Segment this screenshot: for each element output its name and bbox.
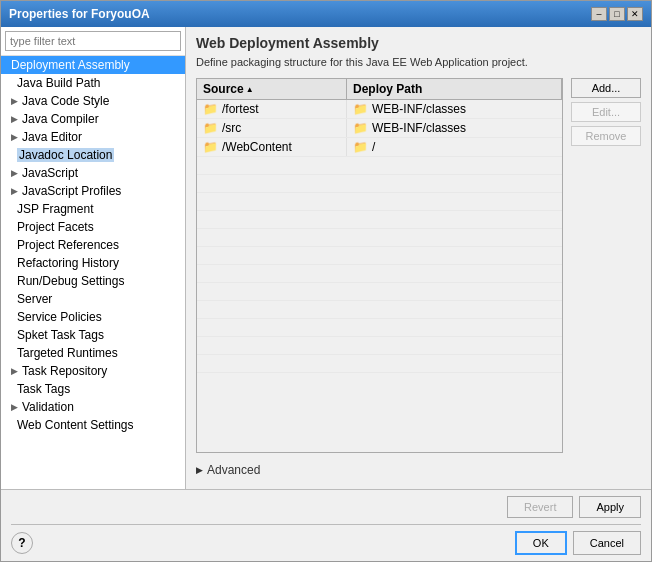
remove-button[interactable]: Remove <box>571 126 641 146</box>
tree-item-label: Project References <box>17 238 119 252</box>
tree-item[interactable]: Deployment Assembly <box>1 56 185 74</box>
deploy-value: / <box>372 140 375 154</box>
left-panel: Deployment AssemblyJava Build Path▶Java … <box>1 27 186 489</box>
tree-item-label: Java Editor <box>22 130 82 144</box>
maximize-button[interactable]: □ <box>609 7 625 21</box>
empty-row <box>197 265 562 283</box>
right-panel: Web Deployment Assembly Define packaging… <box>186 27 651 489</box>
tree-item-label: Deployment Assembly <box>11 58 130 72</box>
action-buttons: Add... Edit... Remove <box>571 78 641 453</box>
tree-item-label: JavaScript Profiles <box>22 184 121 198</box>
folder-icon: 📁 <box>353 140 368 154</box>
tree-item[interactable]: Server <box>1 290 185 308</box>
tree-item-label: Project Facets <box>17 220 94 234</box>
empty-row <box>197 193 562 211</box>
minimize-button[interactable]: – <box>591 7 607 21</box>
advanced-arrow-icon: ▶ <box>196 465 203 475</box>
tree-item[interactable]: ▶Java Compiler <box>1 110 185 128</box>
sort-arrow-icon: ▲ <box>246 85 254 94</box>
tree-item-label: JSP Fragment <box>17 202 93 216</box>
deploy-cell: 📁WEB-INF/classes <box>347 100 562 118</box>
table-row[interactable]: 📁/WebContent📁/ <box>197 138 562 157</box>
advanced-toggle[interactable]: ▶ Advanced <box>196 463 641 477</box>
tree-item[interactable]: ▶JavaScript <box>1 164 185 182</box>
edit-button[interactable]: Edit... <box>571 102 641 122</box>
tree-item-label: Task Repository <box>22 364 107 378</box>
tree-item-label: Targeted Runtimes <box>17 346 118 360</box>
tree-expand-icon: ▶ <box>11 186 18 196</box>
tree-item[interactable]: Run/Debug Settings <box>1 272 185 290</box>
empty-row <box>197 247 562 265</box>
tree-item[interactable]: Web Content Settings <box>1 416 185 434</box>
bottom-area: Revert Apply ? OK Cancel <box>1 489 651 561</box>
tree-item[interactable]: ▶Task Repository <box>1 362 185 380</box>
tree-item[interactable]: Service Policies <box>1 308 185 326</box>
tree-item[interactable]: ▶Java Code Style <box>1 92 185 110</box>
tree-item[interactable]: ▶Java Editor <box>1 128 185 146</box>
folder-icon: 📁 <box>203 102 218 116</box>
table-row[interactable]: 📁/fortest📁WEB-INF/classes <box>197 100 562 119</box>
empty-row <box>197 337 562 355</box>
apply-button[interactable]: Apply <box>579 496 641 518</box>
panel-description: Define packaging structure for this Java… <box>196 55 641 70</box>
window-controls: – □ ✕ <box>591 7 643 21</box>
source-cell: 📁/WebContent <box>197 138 347 156</box>
tree-item-label: Spket Task Tags <box>17 328 104 342</box>
tree-item[interactable]: Refactoring History <box>1 254 185 272</box>
deploy-column-header: Deploy Path <box>347 79 562 99</box>
filter-input[interactable] <box>5 31 181 51</box>
deploy-value: WEB-INF/classes <box>372 121 466 135</box>
folder-icon: 📁 <box>203 121 218 135</box>
tree-item[interactable]: Spket Task Tags <box>1 326 185 344</box>
table-header: Source ▲ Deploy Path <box>197 79 562 100</box>
tree-item-label: Refactoring History <box>17 256 119 270</box>
source-value: /WebContent <box>222 140 292 154</box>
window-title: Properties for ForyouOA <box>9 7 150 21</box>
close-button[interactable]: ✕ <box>627 7 643 21</box>
cancel-button[interactable]: Cancel <box>573 531 641 555</box>
tree-item-label: Service Policies <box>17 310 102 324</box>
help-button[interactable]: ? <box>11 532 33 554</box>
tree-item[interactable]: Java Build Path <box>1 74 185 92</box>
tree-item-label: Server <box>17 292 52 306</box>
tree-expand-icon: ▶ <box>11 132 18 142</box>
folder-icon: 📁 <box>203 140 218 154</box>
deploy-cell: 📁/ <box>347 138 562 156</box>
add-button[interactable]: Add... <box>571 78 641 98</box>
deploy-cell: 📁WEB-INF/classes <box>347 119 562 137</box>
empty-row <box>197 229 562 247</box>
tree-expand-icon: ▶ <box>11 96 18 106</box>
ok-cancel-area: ? OK Cancel <box>11 524 641 555</box>
source-value: /src <box>222 121 241 135</box>
table-row[interactable]: 📁/src📁WEB-INF/classes <box>197 119 562 138</box>
tree-item[interactable]: Task Tags <box>1 380 185 398</box>
tree-item[interactable]: ▶JavaScript Profiles <box>1 182 185 200</box>
table-body: 📁/fortest📁WEB-INF/classes📁/src📁WEB-INF/c… <box>197 100 562 452</box>
tree-item[interactable]: Project References <box>1 236 185 254</box>
revert-button[interactable]: Revert <box>507 496 573 518</box>
empty-row <box>197 157 562 175</box>
tree-item-label: JavaScript <box>22 166 78 180</box>
ok-button[interactable]: OK <box>515 531 567 555</box>
table-area: Source ▲ Deploy Path 📁/fortest📁WEB-INF/c… <box>196 78 641 453</box>
properties-window: Properties for ForyouOA – □ ✕ Deployment… <box>0 0 652 562</box>
assembly-table: Source ▲ Deploy Path 📁/fortest📁WEB-INF/c… <box>196 78 563 453</box>
tree-item[interactable]: Targeted Runtimes <box>1 344 185 362</box>
tree-item-label: Java Build Path <box>17 76 100 90</box>
source-cell: 📁/src <box>197 119 347 137</box>
tree-item-label: Java Code Style <box>22 94 109 108</box>
tree-item-label: Javadoc Location <box>17 148 114 162</box>
tree-item[interactable]: JSP Fragment <box>1 200 185 218</box>
folder-icon: 📁 <box>353 121 368 135</box>
tree-item[interactable]: Javadoc Location <box>1 146 185 164</box>
tree-item[interactable]: ▶Validation <box>1 398 185 416</box>
source-value: /fortest <box>222 102 259 116</box>
source-column-header: Source ▲ <box>197 79 347 99</box>
tree-item[interactable]: Project Facets <box>1 218 185 236</box>
empty-row <box>197 301 562 319</box>
empty-row <box>197 175 562 193</box>
tree-item-label: Task Tags <box>17 382 70 396</box>
tree-expand-icon: ▶ <box>11 114 18 124</box>
empty-row <box>197 319 562 337</box>
ok-cancel-buttons: OK Cancel <box>515 531 641 555</box>
